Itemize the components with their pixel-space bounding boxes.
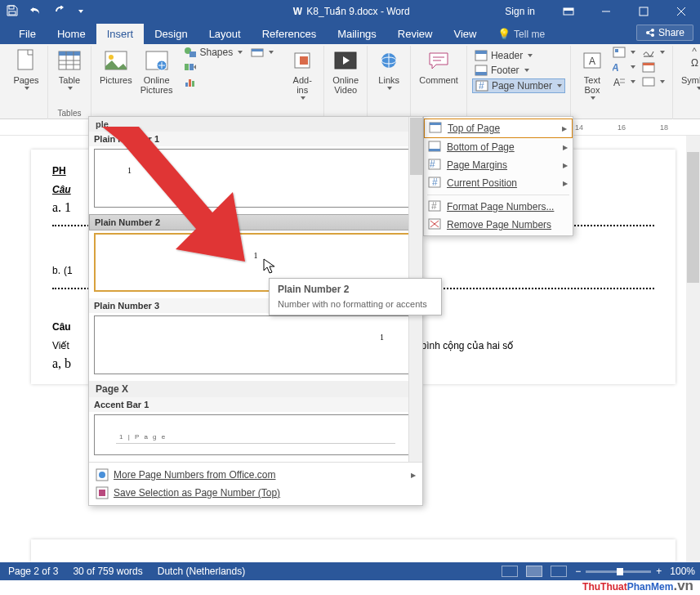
doc-text: Câu xyxy=(52,321,71,333)
online-video-button[interactable]: Online Video xyxy=(329,46,362,96)
object-button[interactable] xyxy=(640,75,667,88)
window-title: W K8_Tuần 9.docx - Word xyxy=(290,6,409,17)
save-selection-button[interactable]: Save Selection as Page Number (Top) xyxy=(89,484,422,502)
menu-current-position[interactable]: # Current Position ▶ xyxy=(424,174,573,192)
gallery-item-header[interactable]: Plain Number 1 xyxy=(89,132,422,146)
menu-page-margins[interactable]: # Page Margins ▶ xyxy=(424,156,573,174)
zoom-out-icon[interactable]: − xyxy=(575,566,581,577)
pictures-button[interactable]: Pictures xyxy=(96,46,136,87)
zoom-track[interactable] xyxy=(586,570,651,573)
status-page[interactable]: Page 2 of 3 xyxy=(8,566,58,577)
addins-button[interactable]: Add- ins xyxy=(286,46,319,101)
svg-text:A: A xyxy=(613,77,620,87)
wordart-button[interactable]: A xyxy=(610,60,638,74)
gallery-item-preview[interactable]: 1 xyxy=(94,315,417,374)
read-mode-button[interactable] xyxy=(502,566,518,577)
menu-top-of-page[interactable]: Top of Page ▶ xyxy=(424,119,573,138)
svg-rect-52 xyxy=(615,49,618,52)
redo-icon[interactable] xyxy=(54,6,65,18)
header-button[interactable]: Header xyxy=(472,49,565,62)
gallery-item-preview[interactable]: 1 | P a g e xyxy=(94,414,417,455)
quick-parts-button[interactable] xyxy=(610,46,638,59)
tab-references[interactable]: References xyxy=(252,24,327,44)
vertical-scrollbar[interactable] xyxy=(686,136,700,562)
collapse-ribbon-icon[interactable]: ^ xyxy=(692,46,697,57)
menu-bottom-of-page[interactable]: Bottom of Page ▶ xyxy=(424,138,573,156)
drop-cap-button[interactable]: A xyxy=(610,75,638,88)
links-button[interactable]: Links xyxy=(372,46,405,92)
submenu-arrow-icon: ▶ xyxy=(563,162,568,169)
shapes-button[interactable]: Shapes xyxy=(181,46,246,59)
menu-label: Top of Page xyxy=(448,123,500,134)
svg-point-23 xyxy=(109,55,114,60)
svg-text:A: A xyxy=(613,62,619,73)
chevron-down-icon xyxy=(557,84,562,87)
gallery-item-header[interactable]: Plain Number 2 xyxy=(89,214,422,230)
menu-label: Page Margins xyxy=(447,159,507,171)
table-button[interactable]: Table xyxy=(53,46,86,92)
scrollbar-thumb[interactable] xyxy=(410,118,422,175)
tellme-label: Tell me xyxy=(514,29,545,40)
date-time-button[interactable] xyxy=(640,60,667,74)
tab-file[interactable]: File xyxy=(8,24,47,44)
tab-view[interactable]: View xyxy=(443,24,487,44)
tab-mailings[interactable]: Mailings xyxy=(327,24,387,44)
undo-icon[interactable] xyxy=(29,6,42,18)
menu-remove-page-numbers[interactable]: Remove Page Numbers xyxy=(424,216,573,234)
pages-button[interactable]: Pages xyxy=(10,46,42,92)
footer-icon xyxy=(475,65,488,76)
tab-tellme[interactable]: 💡 Tell me xyxy=(487,24,555,44)
page-number-button[interactable]: #Page Number xyxy=(472,78,565,93)
tab-review[interactable]: Review xyxy=(387,24,444,44)
chevron-down-icon xyxy=(660,51,665,54)
svg-text:#: # xyxy=(432,177,438,188)
menu-format-page-numbers[interactable]: # Format Page Numbers... xyxy=(424,198,573,216)
chevron-down-icon xyxy=(269,51,274,54)
minimize-button[interactable] xyxy=(587,0,625,23)
ribbon-display-icon[interactable] xyxy=(550,0,587,23)
comment-button[interactable]: Comment xyxy=(416,46,461,87)
print-layout-button[interactable] xyxy=(526,566,542,577)
gallery-item-header[interactable]: Accent Bar 1 xyxy=(89,397,422,412)
text-box-button[interactable]: A Text Box xyxy=(576,46,609,101)
screenshot-button[interactable] xyxy=(248,46,276,59)
more-page-numbers-button[interactable]: More Page Numbers from Office.com ▶ xyxy=(89,466,422,484)
maximize-button[interactable] xyxy=(625,0,662,23)
smartart-button[interactable] xyxy=(181,60,246,74)
chart-button[interactable] xyxy=(181,75,246,88)
more-label: More Page Numbers from Office.com xyxy=(114,469,276,481)
status-language[interactable]: Dutch (Netherlands) xyxy=(158,566,245,577)
submenu-arrow-icon: ▶ xyxy=(563,180,568,187)
save-icon[interactable] xyxy=(7,5,18,19)
svg-rect-31 xyxy=(189,79,191,87)
footer-label: Footer xyxy=(491,65,519,76)
svg-rect-0 xyxy=(9,6,14,9)
sign-in-link[interactable]: Sign in xyxy=(505,6,535,17)
gallery-item-preview[interactable]: 1 xyxy=(94,149,417,208)
svg-rect-15 xyxy=(18,50,33,69)
menu-label: Format Page Numbers... xyxy=(447,201,554,212)
qat-customize-icon[interactable] xyxy=(78,10,83,13)
tab-design[interactable]: Design xyxy=(144,24,198,44)
header-icon xyxy=(475,50,488,61)
signature-line-button[interactable] xyxy=(640,46,667,59)
shapes-icon xyxy=(184,47,197,58)
scrollbar-thumb[interactable] xyxy=(687,152,699,283)
ruler-tick: 14 xyxy=(575,123,583,132)
status-words[interactable]: 30 of 759 words xyxy=(73,566,142,577)
submenu-arrow-icon: ▶ xyxy=(411,472,416,479)
svg-rect-44 xyxy=(475,51,487,54)
online-pictures-button[interactable]: Online Pictures xyxy=(137,46,176,96)
pictures-label: Pictures xyxy=(100,75,132,85)
svg-rect-30 xyxy=(185,83,188,87)
tab-layout[interactable]: Layout xyxy=(198,24,252,44)
tab-home[interactable]: Home xyxy=(47,24,96,44)
tab-insert[interactable]: Insert xyxy=(96,24,145,44)
footer-button[interactable]: Footer xyxy=(472,64,565,77)
web-layout-button[interactable] xyxy=(551,566,567,577)
current-position-icon: # xyxy=(428,177,441,190)
svg-rect-29 xyxy=(189,64,194,70)
close-button[interactable] xyxy=(662,0,700,23)
share-button[interactable]: Share xyxy=(636,25,693,41)
page-number-icon: # xyxy=(475,80,488,92)
